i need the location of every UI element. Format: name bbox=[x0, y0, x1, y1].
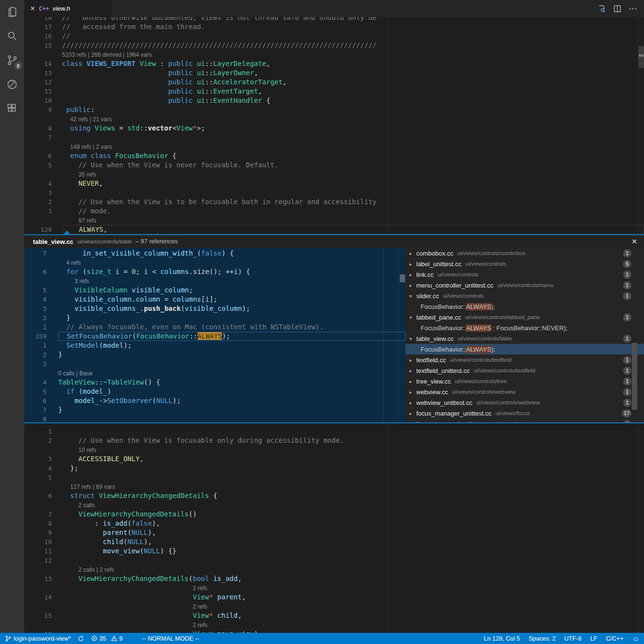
code-line[interactable]: 12 bbox=[24, 556, 644, 565]
code-line[interactable]: 4TableView::~TableView() { bbox=[24, 378, 406, 387]
twisty-expanded-icon[interactable]: ▾ bbox=[409, 315, 416, 320]
code-line[interactable]: 15//////////////////////////////////////… bbox=[24, 41, 644, 50]
twisty-collapsed-icon[interactable]: ▸ bbox=[409, 368, 416, 373]
code-line[interactable]: 3 ACCESSIBLE_ONLY, bbox=[24, 454, 644, 464]
code-line[interactable]: 3 bbox=[24, 359, 406, 369]
code-line[interactable]: 8 bbox=[24, 415, 406, 422]
codelens-link[interactable]: 148 refs | 2 vars bbox=[70, 143, 112, 152]
code-line[interactable]: 10 child(NULL), bbox=[24, 537, 644, 547]
code-line[interactable]: 16// bbox=[24, 32, 644, 41]
code-line[interactable]: 1 bbox=[24, 427, 644, 436]
more-actions-icon[interactable]: ⋯ bbox=[628, 3, 637, 14]
peek-results-scrollbar[interactable] bbox=[632, 343, 637, 410]
reference-file-row[interactable]: ▸webview.ccui/views/controls/webview1 bbox=[406, 386, 644, 397]
code-line[interactable]: 8 using Views = std::vector<View*>; bbox=[24, 124, 644, 133]
code-line[interactable]: 9 parent(NULL), bbox=[24, 528, 644, 537]
codelens-row[interactable]: 2 refs bbox=[24, 620, 644, 629]
codelens-link[interactable]: 42 refs | 21 vars bbox=[70, 115, 112, 124]
twisty-collapsed-icon[interactable]: ▸ bbox=[409, 272, 416, 277]
codelens-link[interactable]: 2 calls | 2 refs bbox=[79, 565, 114, 575]
code-line-current[interactable]: 128 ALWAYS, bbox=[24, 225, 644, 234]
twisty-collapsed-icon[interactable]: ▸ bbox=[409, 421, 416, 423]
debug-icon[interactable] bbox=[5, 78, 19, 91]
codelens-link[interactable]: 97 refs bbox=[79, 216, 96, 225]
reference-file-row[interactable]: ▸textfield_unittest.ccui/views/controls/… bbox=[406, 365, 644, 376]
peek-editor-scrollbar[interactable] bbox=[400, 274, 405, 282]
code-line[interactable]: 2 // Use when the View is to be focusabl… bbox=[24, 197, 644, 207]
code-line[interactable]: 2 // Use when the View is focusable only… bbox=[24, 436, 644, 445]
code-line[interactable]: 5 VisibleColumn visible_column; bbox=[24, 286, 406, 295]
explorer-icon[interactable] bbox=[5, 5, 19, 18]
editor-scrollbar[interactable] bbox=[638, 46, 644, 68]
code-line[interactable]: 7 bbox=[24, 133, 644, 142]
codelens-row[interactable]: 2 refs bbox=[24, 602, 644, 611]
codelens-row[interactable]: 35 refs bbox=[24, 170, 644, 179]
code-line[interactable]: 14 View* parent, bbox=[24, 593, 644, 602]
code-line[interactable]: 6 model_->SetObserver(NULL); bbox=[24, 396, 406, 405]
codelens-row[interactable]: 2 calls | 2 refs bbox=[24, 565, 644, 574]
code-line[interactable]: 7} bbox=[24, 405, 406, 415]
code-line[interactable]: 15 View* child, bbox=[24, 611, 644, 620]
extensions-icon[interactable] bbox=[5, 102, 19, 115]
code-line[interactable]: 10 public ui::EventHandler { bbox=[24, 96, 644, 105]
cursor-position[interactable]: Ln 128, Col 5 bbox=[484, 635, 520, 642]
code-line[interactable]: 1 // mode. bbox=[24, 207, 644, 216]
feedback-smiley-icon[interactable]: ☺ bbox=[632, 635, 639, 643]
twisty-collapsed-icon[interactable]: ▸ bbox=[409, 400, 416, 405]
reference-file-row[interactable]: ▸textfield.ccui/views/controls/textfield… bbox=[406, 354, 644, 365]
codelens-link[interactable]: 5103 refs | 266 derived | 1964 vars bbox=[62, 50, 152, 60]
reference-match-row[interactable]: FocusBehavior::ALWAYS); bbox=[406, 344, 644, 354]
code-line[interactable]: 13 ViewHierarchyChangedDetails(bool is_a… bbox=[24, 574, 644, 583]
code-line[interactable]: 3 visible_columns_.push_back(visible_col… bbox=[24, 304, 406, 313]
code-line[interactable]: 6 for (size_t i = 0; i < columns.size();… bbox=[24, 267, 406, 276]
problems-item[interactable]: 35 9 bbox=[91, 635, 123, 642]
codelens-row[interactable]: 3 refs bbox=[24, 276, 406, 286]
code-line[interactable]: 16 View* move_view) bbox=[24, 629, 644, 633]
indentation-setting[interactable]: Spaces: 2 bbox=[529, 635, 556, 642]
code-line[interactable]: 13 public ui::LayerOwner, bbox=[24, 68, 644, 78]
codelens-link[interactable]: 3 refs bbox=[75, 277, 89, 286]
peek-close-icon[interactable]: ✕ bbox=[631, 238, 637, 245]
code-line[interactable]: 17// accessed from the main thread. bbox=[24, 22, 644, 32]
codelens-row[interactable]: 5103 refs | 266 derived | 1964 vars bbox=[24, 50, 644, 59]
codelens-row[interactable]: 10 refs bbox=[24, 445, 644, 454]
reference-file-row[interactable]: ▾tabbed_pane.ccui/views/controls/tabbed_… bbox=[406, 312, 644, 322]
code-line[interactable]: 2} bbox=[24, 350, 406, 359]
codelens-link[interactable]: 10 refs bbox=[79, 446, 96, 455]
codelens-link[interactable]: 2 calls bbox=[79, 501, 95, 510]
codelens-row[interactable]: 97 refs bbox=[24, 216, 644, 225]
twisty-collapsed-icon[interactable]: ▸ bbox=[409, 283, 416, 288]
reference-file-row[interactable]: ▸tree_view.ccui/views/controls/tree1 bbox=[406, 376, 644, 386]
twisty-collapsed-icon[interactable]: ▸ bbox=[409, 389, 416, 395]
codelens-link[interactable]: 2 refs bbox=[193, 602, 207, 612]
twisty-expanded-icon[interactable]: ▾ bbox=[409, 293, 416, 299]
code-line-current[interactable]: 159 SetFocusBehavior(FocusBehavior::ALWA… bbox=[24, 332, 406, 341]
codelens-link[interactable]: 4 refs bbox=[66, 258, 81, 268]
git-branch-item[interactable]: login-password-view* bbox=[5, 635, 71, 642]
reference-file-row[interactable]: ▸webview_unittest.ccui/views/controls/we… bbox=[406, 397, 644, 408]
tab-view-h[interactable]: ✕ C++ view.h bbox=[24, 0, 111, 17]
code-line[interactable]: 8 : is_add(false), bbox=[24, 519, 644, 528]
codelens-row[interactable]: 148 refs | 2 vars bbox=[24, 142, 644, 151]
codelens-link[interactable]: 127 refs | 69 vars bbox=[70, 483, 115, 492]
code-line[interactable]: 5 // Use when the View is never focusabl… bbox=[24, 161, 644, 170]
code-line[interactable]: 14class VIEWS_EXPORT View : public ui::L… bbox=[24, 59, 644, 68]
codelens-row[interactable]: 2 calls bbox=[24, 500, 644, 510]
code-line[interactable]: 1 // Always focusable, even on Mac (cons… bbox=[24, 322, 406, 332]
reference-file-row[interactable]: ▸focus_traversal_unittest.ccui/views/foc… bbox=[406, 419, 644, 422]
code-line[interactable]: 4 }; bbox=[24, 464, 644, 473]
codelens-row[interactable]: 0 calls | Base bbox=[24, 369, 406, 378]
search-icon[interactable] bbox=[5, 29, 19, 43]
reference-match-row[interactable]: FocusBehavior::ALWAYS : FocusBehavior::N… bbox=[406, 322, 644, 333]
code-line[interactable]: 4 visible_column.column = columns[i]; bbox=[24, 295, 406, 304]
code-line[interactable]: 5 if (model_) bbox=[24, 387, 406, 396]
code-line[interactable]: 6 struct ViewHierarchyChangedDetails { bbox=[24, 491, 644, 500]
encoding-setting[interactable]: UTF-8 bbox=[565, 635, 581, 642]
code-line[interactable]: 2 } bbox=[24, 313, 406, 322]
codelens-row[interactable]: 2 refs bbox=[24, 583, 644, 593]
eol-setting[interactable]: LF bbox=[590, 635, 597, 642]
code-line[interactable]: 1 SetModel(model); bbox=[24, 341, 406, 350]
code-line[interactable]: 6 enum class FocusBehavior { bbox=[24, 151, 644, 161]
language-mode[interactable]: C/C++ bbox=[606, 635, 624, 642]
codelens-link[interactable]: 2 refs bbox=[193, 584, 207, 593]
